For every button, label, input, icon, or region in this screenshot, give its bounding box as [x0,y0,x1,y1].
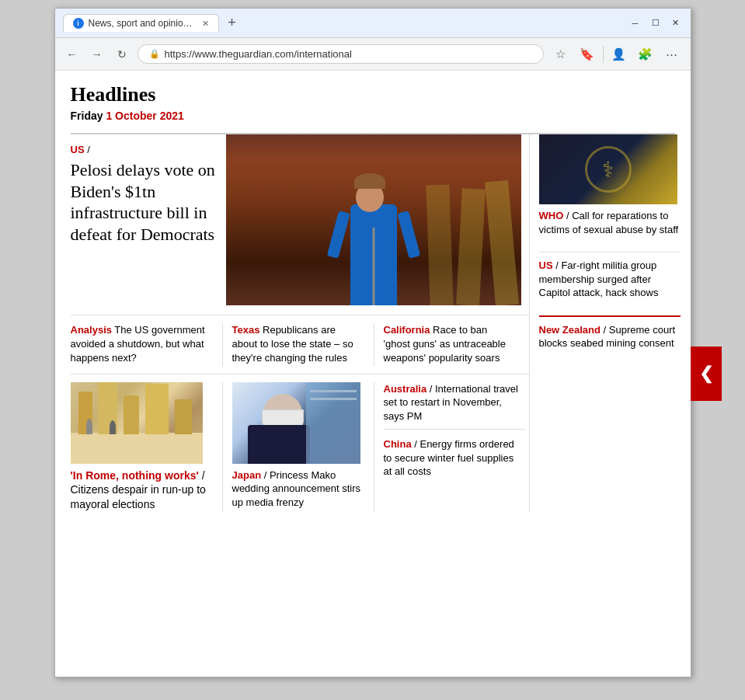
next-page-arrow[interactable]: ❮ [691,347,722,401]
date-line: Friday 1 October 2021 [71,110,675,122]
date-highlight: 1 October 2021 [106,110,183,122]
next-arrow-icon: ❮ [699,364,713,384]
us-militia-region: US [539,259,553,271]
lock-icon: 🔒 [149,49,160,59]
rome-headline-red: 'In Rome, nothing works' [71,469,199,482]
collections-icon[interactable]: 🔖 [576,44,598,65]
date-prefix: Friday [71,110,106,122]
nz-story[interactable]: New Zealand / Supreme court blocks seabe… [539,315,681,350]
page-title: Headlines [71,83,675,106]
profile-icon[interactable]: 👤 [608,44,630,65]
browser-titlebar: i News, sport and opinion from th ✕ + ─ … [55,9,691,38]
australia-region: Australia [384,383,427,395]
favorites-icon[interactable]: ☆ [550,44,572,65]
australia-separator: / [426,383,435,395]
analysis-label-1[interactable]: Texas [232,324,260,336]
japan-region: Japan [232,469,262,481]
tab-title: News, sport and opinion from th [89,18,197,29]
who-image: ⚕ [539,134,677,204]
rome-story-image [71,382,203,464]
right-column: ⚕ WHO / Call for reparations to victims … [529,134,681,512]
analysis-label-0[interactable]: Analysis [71,324,112,336]
japan-separator: / [261,469,270,481]
address-bar[interactable]: 🔒 https://www.theguardian.com/internatio… [138,44,544,64]
browser-tab[interactable]: i News, sport and opinion from th ✕ [63,14,219,32]
japan-story: Japan / Princess Mako wedding announceme… [222,382,374,513]
analysis-item-2: California Race to ban 'ghost guns' as u… [374,323,525,366]
analysis-item-1: Texas Republicans are about to lose the … [222,323,374,366]
china-separator: / [412,438,420,450]
top-story-headline[interactable]: Pelosi delays vote on Biden's $1tn infra… [71,159,218,245]
china-story[interactable]: China / Energy firms ordered to secure w… [384,437,525,479]
top-story-section: US / Pelosi delays vote on Biden's $1tn … [71,134,529,315]
japan-headline[interactable]: Japan / Princess Mako wedding announceme… [232,468,364,510]
top-story-image [226,134,521,305]
analysis-item-0: Analysis The US government avoided a shu… [71,323,222,366]
toolbar-divider [603,46,604,63]
tab-close-button[interactable]: ✕ [202,19,209,29]
browser-toolbar: ← → ↻ 🔒 https://www.theguardian.com/inte… [55,38,691,71]
menu-button[interactable]: ⋯ [661,44,683,65]
japan-story-image [232,382,360,464]
aus-china-col: Australia / International travel set to … [374,382,525,513]
toolbar-icons: ☆ 🔖 👤 🧩 ⋯ [550,44,683,65]
who-headline[interactable]: WHO / Call for reparations to victims of… [539,209,681,236]
us-militia-story[interactable]: US / Far-right militia group membership … [539,252,681,308]
top-story-text: US / Pelosi delays vote on Biden's $1tn … [71,134,226,305]
who-region: WHO [539,210,564,221]
refresh-button[interactable]: ↻ [113,45,131,64]
bottom-row: 'In Rome, nothing works' / Citizens desp… [71,374,529,513]
content-grid: US / Pelosi delays vote on Biden's $1tn … [71,133,675,512]
australia-story[interactable]: Australia / International travel set to … [384,382,525,430]
nz-separator: / [601,324,609,336]
top-story-separator: / [85,144,90,155]
new-tab-button[interactable]: + [222,13,242,33]
url-text: https://www.theguardian.com/internationa… [165,48,352,60]
close-button[interactable]: ✕ [669,16,683,30]
rome-headline[interactable]: 'In Rome, nothing works' / Citizens desp… [71,468,213,513]
who-section: ⚕ WHO / Call for reparations to victims … [539,134,681,244]
left-section: US / Pelosi delays vote on Biden's $1tn … [71,134,529,512]
back-button[interactable]: ← [63,45,82,64]
page-content: Headlines Friday 1 October 2021 US / Pel… [55,71,691,677]
rome-story: 'In Rome, nothing works' / Citizens desp… [71,382,222,513]
china-region: China [384,438,412,450]
window-controls: ─ ☐ ✕ [628,16,683,30]
who-separator: / [563,210,572,221]
maximize-button[interactable]: ☐ [649,16,663,30]
us-militia-separator: / [553,259,562,271]
nz-region: New Zealand [539,324,601,336]
extensions-icon[interactable]: 🧩 [635,44,656,65]
tab-favicon: i [73,18,84,29]
minimize-button[interactable]: ─ [628,16,642,30]
top-story-region[interactable]: US / [71,142,218,156]
analysis-label-2[interactable]: California [384,324,430,336]
analysis-row: Analysis The US government avoided a shu… [71,315,529,374]
top-story-region-label: US [71,144,85,155]
forward-button[interactable]: → [88,45,106,64]
